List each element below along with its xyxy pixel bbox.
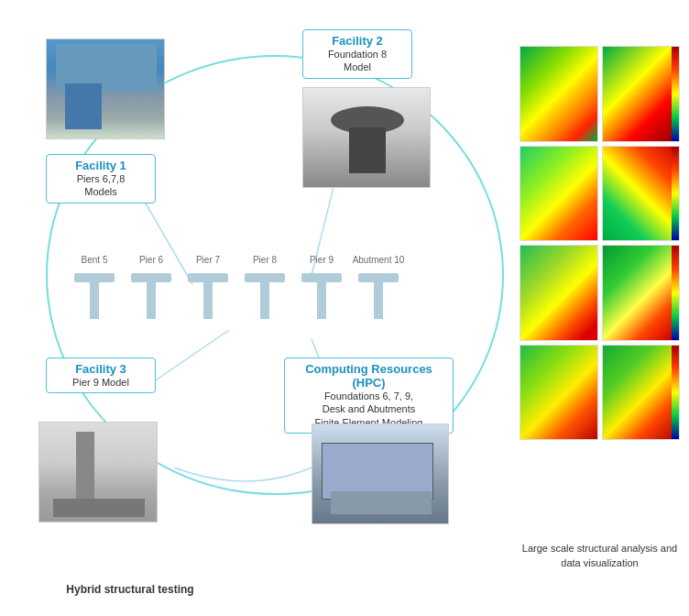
- facility2-subtitle: Foundation 8Model: [311, 48, 404, 74]
- viz-cell-8: [602, 345, 681, 441]
- viz-cell-4: [602, 146, 681, 242]
- viz-cell-7: [519, 345, 598, 441]
- pier-column-9: [317, 282, 326, 319]
- viz-cell-1: [519, 46, 598, 142]
- heatmap-3: [520, 147, 597, 241]
- caption-viz-text: Large scale structural analysis and data…: [522, 543, 677, 567]
- hpc-photo: [312, 424, 449, 524]
- viz-cell-6: [602, 245, 681, 341]
- bridge-label-abutment10: Abutment 10: [350, 255, 407, 265]
- pier-9: [293, 273, 350, 319]
- heatmap-5: [520, 246, 597, 340]
- colorbar-2: [672, 47, 679, 141]
- computing-title: Computing Resources (HPC): [292, 362, 445, 390]
- viz-cell-3: [519, 146, 598, 242]
- computing-box: Computing Resources (HPC) Foundations 6,…: [284, 358, 454, 434]
- pier-cap-6: [131, 273, 171, 282]
- heatmap-7: [520, 346, 597, 440]
- bridge-label-pier6: Pier 6: [123, 255, 180, 265]
- facility2-photo: [302, 87, 431, 188]
- pier-column-7: [203, 282, 213, 319]
- heatmap-8: [603, 346, 680, 440]
- pier-bent5: [66, 273, 123, 319]
- pier-cap-bent5: [74, 273, 115, 282]
- heatmap-4: [603, 147, 680, 241]
- pier-6: [123, 273, 180, 319]
- pier-abutment10: [350, 273, 407, 319]
- viz-grid: [519, 46, 680, 440]
- caption-viz: Large scale structural analysis and data…: [519, 542, 680, 570]
- pier-cap-abutment10: [358, 273, 399, 282]
- viz-cell-2: [602, 46, 681, 142]
- pier-column-bent5: [90, 282, 99, 319]
- heatmap-6: [603, 246, 680, 340]
- heatmap-1: [520, 47, 597, 141]
- facility3-box: Facility 3 Pier 9 Model: [46, 358, 156, 393]
- facility2-box: Facility 2 Foundation 8Model: [302, 29, 412, 79]
- colorbar-8: [672, 346, 679, 440]
- bridge-label-bent5: Bent 5: [66, 255, 123, 265]
- facility1-title: Facility 1: [54, 159, 148, 172]
- colorbar-4: [672, 147, 679, 241]
- bridge-label-pier7: Pier 7: [180, 255, 236, 265]
- pier-column-abutment10: [374, 282, 383, 319]
- pier-7: [180, 273, 236, 319]
- pier-column-8: [260, 282, 269, 319]
- pier-column-6: [147, 282, 156, 319]
- pier-8: [236, 273, 293, 319]
- main-container: Facility 1 Piers 6,7,8Models Facility 2 …: [0, 0, 689, 616]
- pier-group: [66, 273, 407, 319]
- bridge-labels: Bent 5 Pier 6 Pier 7 Pier 8 Pier 9 Abutm…: [66, 255, 407, 265]
- bridge-label-pier8: Pier 8: [236, 255, 293, 265]
- bridge-label-pier9: Pier 9: [293, 255, 350, 265]
- pier-cap-8: [245, 273, 285, 282]
- facility3-photo: [38, 422, 158, 522]
- caption-hybrid: Hybrid structural testing: [38, 583, 222, 596]
- pier-cap-7: [188, 273, 228, 282]
- facility1-photo: [46, 38, 165, 139]
- heatmap-2: [603, 47, 680, 141]
- facility3-title: Facility 3: [54, 362, 148, 376]
- colorbar-6: [672, 246, 679, 340]
- pier-cap-9: [301, 273, 342, 282]
- facility1-box: Facility 1 Piers 6,7,8Models: [46, 154, 156, 204]
- facility1-subtitle: Piers 6,7,8Models: [54, 172, 148, 199]
- facility3-subtitle: Pier 9 Model: [54, 376, 148, 389]
- viz-cell-5: [519, 245, 598, 341]
- facility2-title: Facility 2: [311, 34, 404, 48]
